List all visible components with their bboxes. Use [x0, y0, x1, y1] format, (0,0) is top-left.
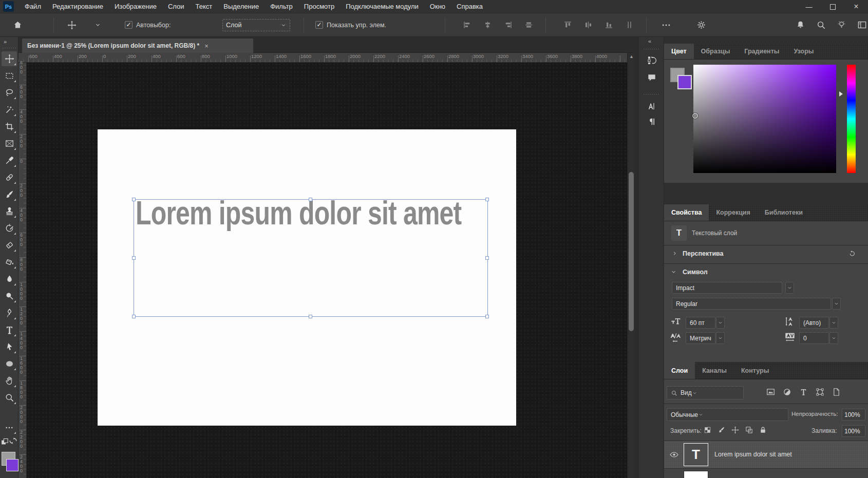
- color-panel-tab[interactable]: Узоры: [786, 44, 821, 59]
- background-color-swatch[interactable]: [6, 459, 18, 471]
- spot-healing-tool[interactable]: [2, 170, 17, 185]
- transform-handle[interactable]: [485, 315, 489, 318]
- maximize-button[interactable]: [821, 0, 844, 13]
- layer-thumbnail[interactable]: [684, 471, 708, 478]
- font-size-field[interactable]: 60 пт: [686, 317, 715, 329]
- transform-handle[interactable]: [132, 315, 136, 318]
- color-field-cursor[interactable]: [692, 113, 698, 119]
- font-style-dropdown-chevron[interactable]: [832, 298, 841, 310]
- menu-item-0[interactable]: Файл: [19, 0, 47, 13]
- adjustment-layer-filter-button[interactable]: [782, 387, 792, 397]
- layer-row[interactable]: TLorem ipsum dolor sit amet: [664, 441, 868, 468]
- lock-image-pixels-button[interactable]: [717, 426, 726, 434]
- menu-item-2[interactable]: Изображение: [109, 0, 162, 13]
- eraser-tool[interactable]: [2, 238, 17, 253]
- layer-filter-search[interactable]: Вид: [667, 386, 744, 399]
- show-controls-checkbox[interactable]: ✓Показать упр. элем.: [315, 13, 386, 36]
- background-color-swatch[interactable]: [677, 75, 692, 89]
- search-button[interactable]: [814, 13, 827, 36]
- menu-item-8[interactable]: Подключаемые модули: [340, 0, 424, 13]
- zoom-tool[interactable]: [2, 390, 17, 405]
- scrollbar-thumb[interactable]: [629, 172, 634, 331]
- chevron-right-icon[interactable]: [671, 250, 678, 257]
- canvas-vertical-scrollbar[interactable]: ▲: [627, 53, 635, 478]
- menu-item-3[interactable]: Слои: [162, 0, 190, 13]
- tracking-dropdown-chevron[interactable]: [829, 332, 838, 344]
- path-selection-tool[interactable]: [2, 339, 17, 354]
- home-button[interactable]: [11, 13, 24, 36]
- font-family-dropdown-chevron[interactable]: [785, 282, 794, 294]
- workspace-options-gear-button[interactable]: [694, 13, 708, 36]
- type-tool[interactable]: [2, 322, 17, 337]
- blend-dropdown-chevron[interactable]: [698, 412, 704, 417]
- rectangular-marquee-tool[interactable]: [2, 68, 17, 83]
- shape-layer-filter-button[interactable]: [815, 387, 825, 397]
- layers-panel-tab[interactable]: Каналы: [695, 362, 734, 379]
- font-family-select[interactable]: Impact: [672, 282, 782, 294]
- leading-field[interactable]: (Авто): [799, 317, 829, 329]
- chevron-down-icon[interactable]: [831, 335, 837, 341]
- chevron-down-icon[interactable]: [718, 320, 723, 326]
- discover-lightbulb-button[interactable]: [835, 13, 848, 36]
- transform-handle[interactable]: [132, 198, 136, 201]
- filter-dropdown-chevron[interactable]: [692, 390, 697, 396]
- close-button[interactable]: ×: [844, 0, 868, 13]
- color-panel-tab[interactable]: Градиенты: [737, 44, 786, 59]
- properties-panel-tab[interactable]: Свойства: [664, 204, 709, 221]
- lasso-tool[interactable]: [2, 85, 17, 100]
- distribute-vertical-centers-button[interactable]: [581, 13, 595, 36]
- paint-bucket-tool[interactable]: [2, 255, 17, 270]
- move-tool[interactable]: [2, 51, 17, 66]
- eyedropper-tool[interactable]: [2, 153, 17, 168]
- chevron-down-icon[interactable]: [692, 390, 697, 396]
- move-tool-option-icon[interactable]: [66, 13, 78, 36]
- align-horizontal-centers-button[interactable]: [481, 13, 494, 36]
- properties-panel-tab[interactable]: Коррекция: [709, 204, 757, 221]
- color-panel-tab[interactable]: Образцы: [694, 44, 738, 59]
- chevron-down-icon[interactable]: [670, 269, 677, 275]
- menu-item-5[interactable]: Выделение: [218, 0, 265, 13]
- chevron-down-icon[interactable]: [834, 301, 839, 307]
- kerning-dropdown-chevron[interactable]: [716, 332, 725, 344]
- font-size-dropdown-chevron[interactable]: [716, 317, 725, 329]
- perspective-section-header[interactable]: Перспектива: [683, 250, 724, 257]
- hand-tool[interactable]: [2, 373, 17, 388]
- minimize-button[interactable]: —: [797, 0, 821, 13]
- tool-preset-chevron[interactable]: [93, 13, 102, 36]
- smart-object-filter-button[interactable]: [832, 387, 841, 397]
- frame-tool[interactable]: [2, 136, 17, 151]
- history-panel-button[interactable]: [645, 53, 658, 67]
- character-panel-button[interactable]: [645, 100, 658, 113]
- brush-tool[interactable]: [2, 187, 17, 202]
- align-bottom-edges-button[interactable]: [602, 13, 615, 36]
- lock-artboard-button[interactable]: [745, 426, 753, 434]
- chevron-down-icon[interactable]: [787, 285, 792, 291]
- tracking-field[interactable]: 0: [799, 332, 829, 344]
- kerning-field[interactable]: Метриче: [686, 332, 715, 344]
- blend-mode-select[interactable]: Обычные: [667, 408, 788, 421]
- type-layer-filter-button[interactable]: [799, 387, 808, 397]
- align-left-edges-button[interactable]: [460, 13, 474, 36]
- align-top-edges-button[interactable]: [561, 13, 574, 36]
- pen-tool[interactable]: [2, 305, 17, 320]
- color-panel-tab[interactable]: Цвет: [664, 44, 694, 59]
- leading-dropdown-chevron[interactable]: [829, 317, 838, 329]
- layers-panel-tab[interactable]: Контуры: [734, 362, 776, 379]
- character-section-header[interactable]: Символ: [683, 269, 708, 276]
- notifications-bell-button[interactable]: [794, 13, 807, 36]
- reset-icon[interactable]: [848, 249, 856, 257]
- paragraph-panel-button[interactable]: [645, 115, 658, 128]
- clone-stamp-tool[interactable]: [2, 204, 17, 219]
- workspace-switcher-button[interactable]: [855, 13, 868, 36]
- chevron-down-icon[interactable]: [831, 320, 837, 326]
- object-selection-tool[interactable]: [2, 102, 17, 117]
- layers-panel-tab[interactable]: Слои: [664, 362, 695, 379]
- menu-item-10[interactable]: Справка: [451, 0, 488, 13]
- menu-item-4[interactable]: Текст: [190, 0, 218, 13]
- autoselect-checkbox[interactable]: ✓Автовыбор:: [125, 13, 171, 36]
- menu-item-9[interactable]: Окно: [424, 0, 451, 13]
- blur-tool[interactable]: [2, 272, 17, 286]
- fill-field[interactable]: 100%: [842, 425, 865, 437]
- transform-handle[interactable]: [132, 256, 136, 260]
- layer-visibility-toggle[interactable]: [668, 450, 680, 460]
